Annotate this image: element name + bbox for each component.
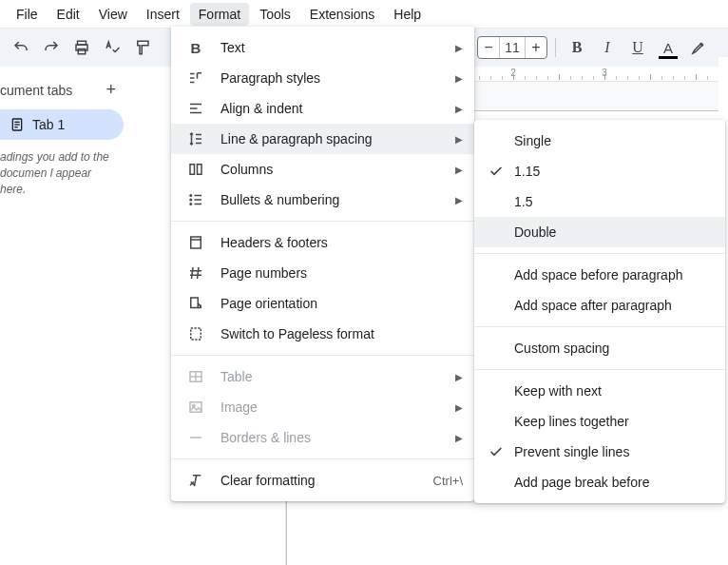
check-icon <box>488 164 505 179</box>
submenu-arrow-icon: ▶ <box>455 43 463 53</box>
menu-format[interactable]: Format <box>190 3 249 26</box>
menu-extensions[interactable]: Extensions <box>301 3 383 26</box>
highlight-color-button[interactable] <box>685 34 712 61</box>
submenu-item-label: Keep with next <box>514 383 710 399</box>
menu-item-label: Switch to Pageless format <box>220 326 463 341</box>
line-spacing-custom-spacing[interactable]: Custom spacing <box>474 333 725 363</box>
document-tab[interactable]: Tab 1 <box>0 109 124 140</box>
menu-item-label: Table <box>220 369 440 384</box>
svg-line-26 <box>192 267 194 279</box>
submenu-item-label: Custom spacing <box>514 341 710 356</box>
submenu-arrow-icon: ▶ <box>455 433 463 443</box>
menu-item-label: Text <box>220 40 440 55</box>
submenu-arrow-icon: ▶ <box>455 134 463 145</box>
outline-hint-text: adings you add to the documen l appear h… <box>0 140 124 197</box>
underline-button[interactable]: U <box>624 34 651 61</box>
submenu-item-label: 1.15 <box>514 164 710 179</box>
format-menu-page-numbers[interactable]: Page numbers <box>171 258 474 288</box>
pageless-icon <box>186 325 205 342</box>
svg-rect-17 <box>198 165 202 175</box>
sidebar-title: cument tabs <box>0 83 72 98</box>
line-spacing-add-space-after-paragraph[interactable]: Add space after paragraph <box>474 290 725 321</box>
menu-help[interactable]: Help <box>385 3 430 26</box>
hash-icon <box>186 264 205 282</box>
menubar: FileEditViewInsertFormatToolsExtensionsH… <box>0 0 728 29</box>
line-spacing-single[interactable]: Single <box>474 126 725 156</box>
menu-item-label: Bullets & numbering <box>220 192 440 207</box>
document-tab-label: Tab 1 <box>32 117 65 132</box>
para-styles-icon <box>186 69 205 87</box>
menu-item-label: Clear formatting <box>220 473 418 488</box>
clear-icon <box>186 472 205 489</box>
columns-icon <box>186 161 205 178</box>
format-menu-paragraph-styles[interactable]: Paragraph styles▶ <box>171 63 474 93</box>
spellcheck-button[interactable] <box>99 34 125 61</box>
menu-item-label: Page numbers <box>220 265 463 281</box>
line-spacing-keep-with-next[interactable]: Keep with next <box>474 376 725 406</box>
font-size-increase[interactable]: + <box>526 39 546 56</box>
submenu-item-label: Prevent single lines <box>514 444 710 459</box>
bold-icon: B <box>186 40 205 56</box>
svg-point-19 <box>190 199 192 201</box>
menu-item-label: Line & paragraph spacing <box>220 131 440 146</box>
print-button[interactable] <box>68 34 95 61</box>
menu-item-label: Align & indent <box>220 101 440 116</box>
menu-file[interactable]: File <box>8 3 47 26</box>
format-menu-text[interactable]: BText▶ <box>171 32 474 63</box>
font-size-decrease[interactable]: − <box>478 39 499 56</box>
text-color-button[interactable]: A <box>655 34 681 61</box>
menu-item-label: Columns <box>220 162 440 177</box>
menu-item-label: Headers & footers <box>220 235 463 250</box>
format-menu-page-orientation[interactable]: Page orientation <box>171 288 474 319</box>
line-spacing-add-space-before-paragraph[interactable]: Add space before paragraph <box>474 260 725 290</box>
line-spacing-1-5[interactable]: 1.5 <box>474 186 725 217</box>
format-menu-line-paragraph-spacing[interactable]: Line & paragraph spacing▶ <box>171 124 474 154</box>
svg-rect-24 <box>191 237 201 248</box>
format-menu-columns[interactable]: Columns▶ <box>171 154 474 185</box>
redo-button[interactable] <box>38 34 65 61</box>
format-menu-bullets-numbering[interactable]: Bullets & numbering▶ <box>171 185 474 215</box>
italic-button[interactable]: I <box>594 34 621 61</box>
submenu-arrow-icon: ▶ <box>455 165 463 175</box>
bold-button[interactable]: B <box>564 34 590 61</box>
submenu-item-label: 1.5 <box>514 194 710 209</box>
line-spacing-double[interactable]: Double <box>474 217 725 247</box>
svg-point-20 <box>190 204 192 205</box>
menu-tools[interactable]: Tools <box>251 3 299 26</box>
format-menu-switch-to-pageless-format[interactable]: Switch to Pageless format <box>171 319 474 349</box>
add-tab-icon[interactable]: + <box>105 80 116 100</box>
menu-shortcut: Ctrl+\ <box>433 474 463 488</box>
document-tabs-sidebar: cument tabs + Tab 1 adings you add to th… <box>0 67 124 565</box>
menu-insert[interactable]: Insert <box>138 3 188 26</box>
menu-item-label: Borders & lines <box>220 430 440 445</box>
font-size-stepper[interactable]: − 11 + <box>477 36 547 59</box>
submenu-item-label: Add space after paragraph <box>514 298 710 313</box>
format-menu-align-indent[interactable]: Align & indent▶ <box>171 93 474 124</box>
format-menu-table: Table▶ <box>171 361 474 392</box>
line-spacing-prevent-single-lines[interactable]: Prevent single lines <box>474 437 725 467</box>
menu-item-label: Paragraph styles <box>220 70 440 86</box>
format-menu-headers-footers[interactable]: Headers & footers <box>171 227 474 258</box>
toolbar-separator <box>555 38 556 57</box>
menu-view[interactable]: View <box>90 3 136 26</box>
line-spacing-submenu: Single1.151.5DoubleAdd space before para… <box>474 120 725 503</box>
format-menu-clear-formatting[interactable]: Clear formattingCtrl+\ <box>171 465 474 496</box>
submenu-arrow-icon: ▶ <box>455 73 463 84</box>
line-spacing-keep-lines-together[interactable]: Keep lines together <box>474 406 725 437</box>
undo-button[interactable] <box>8 34 34 61</box>
font-size-value[interactable]: 11 <box>499 37 526 58</box>
submenu-arrow-icon: ▶ <box>455 195 463 205</box>
format-menu-image: Image▶ <box>171 392 474 422</box>
submenu-item-label: Single <box>514 133 710 148</box>
svg-rect-16 <box>190 165 195 175</box>
line-spacing-1-15[interactable]: 1.15 <box>474 156 725 186</box>
tab-page-icon <box>10 117 25 132</box>
svg-line-27 <box>198 267 200 279</box>
paint-format-button[interactable] <box>129 34 156 61</box>
svg-rect-35 <box>190 402 201 413</box>
svg-point-18 <box>190 195 192 197</box>
menu-edit[interactable]: Edit <box>48 3 88 26</box>
menu-item-label: Page orientation <box>220 296 463 311</box>
line-spacing-add-page-break-before[interactable]: Add page break before <box>474 467 725 497</box>
line-spacing-icon <box>186 130 205 147</box>
